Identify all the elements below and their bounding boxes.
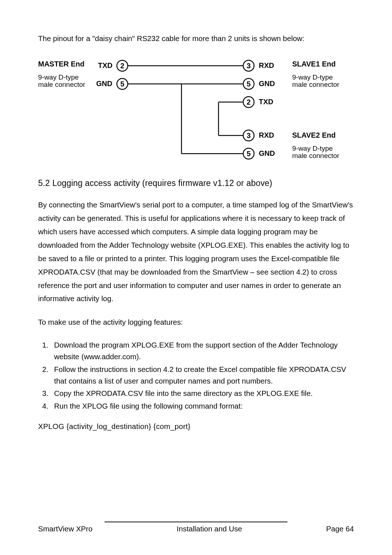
footer-right: Page 64 [326, 524, 354, 533]
slave2-sub2: male connector [292, 152, 340, 159]
footer-center: Installation and Use [177, 524, 242, 533]
list-item: Follow the instructions in section 4.2 t… [50, 364, 354, 387]
gnd-label-master: GND [96, 80, 112, 88]
pin3-label-s2: 3 [246, 131, 250, 139]
pin5-label-s2: 5 [246, 150, 250, 158]
pin2-label: 2 [120, 62, 124, 70]
master-sub1: 9-way D-type [38, 73, 79, 81]
pin5-label-s1: 5 [246, 80, 250, 88]
page-footer: SmartView XPro Installation and Use Page… [38, 522, 354, 533]
slave1-end-label: SLAVE1 End [292, 60, 336, 68]
slave1-sub2: male connector [292, 81, 340, 88]
steps-list: Download the program XPLOG.EXE from the … [38, 339, 354, 412]
txd-label: TXD [98, 61, 113, 69]
section-heading: 5.2 Logging access activity (requires fi… [38, 178, 354, 188]
paragraph-1: By connecting the SmartView's serial por… [38, 198, 354, 305]
paragraph-2: To make use of the activity logging feat… [38, 316, 354, 329]
pin3-label: 3 [246, 62, 250, 70]
rxd-label-s1: RXD [259, 61, 274, 69]
txd-label-s1: TXD [259, 98, 273, 106]
slave2-sub1: 9-way D-type [292, 145, 333, 152]
footer-divider [105, 522, 288, 522]
intro-paragraph: The pinout for a "daisy chain" RS232 cab… [38, 33, 354, 44]
pin2-label-s1: 2 [246, 98, 250, 106]
gnd-label-s2: GND [259, 149, 275, 157]
pin5-label: 5 [120, 80, 124, 88]
command-line: XPLOG {activity_log_destination} {com_po… [38, 422, 354, 431]
footer-left: SmartView XPro [38, 524, 93, 533]
rxd-label-s2: RXD [259, 131, 274, 139]
pinout-diagram: MASTER End 9-way D-type male connector T… [38, 55, 354, 164]
gnd-label-s1: GND [259, 80, 275, 88]
list-item: Run the XPLOG file using the following c… [50, 400, 354, 412]
master-end-label: MASTER End [38, 60, 85, 68]
slave2-end-label: SLAVE2 End [292, 131, 336, 139]
list-item: Copy the XPRODATA.CSV file into the same… [50, 388, 354, 399]
list-item: Download the program XPLOG.EXE from the … [50, 339, 354, 362]
slave1-sub1: 9-way D-type [292, 73, 333, 81]
master-sub2: male connector [38, 81, 86, 88]
